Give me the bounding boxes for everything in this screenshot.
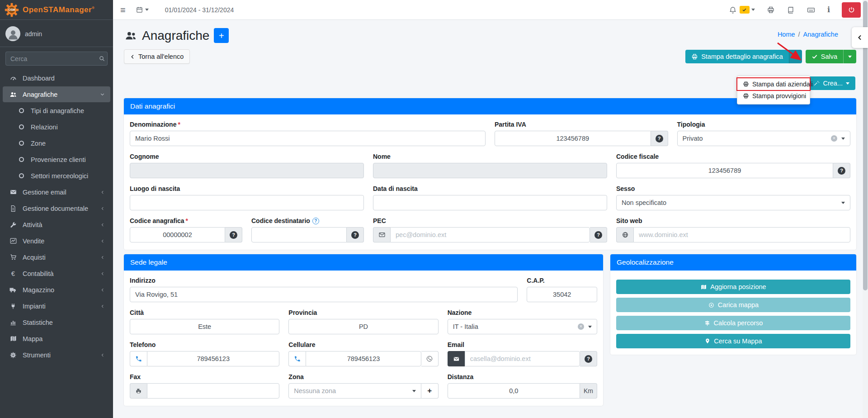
add-zona-button[interactable]: + — [421, 383, 439, 399]
chevron-left-icon — [100, 288, 105, 292]
breadcrumb-current-link[interactable]: Anagrafiche — [803, 31, 838, 38]
search-button[interactable] — [97, 52, 108, 66]
calc-route-button[interactable]: Calcola percorso — [616, 316, 850, 330]
create-button[interactable]: Crea... — [807, 76, 855, 90]
calendar-dropdown[interactable] — [136, 6, 149, 14]
scrollbar-track[interactable] — [863, 0, 868, 418]
info-icon[interactable]: i — [827, 5, 830, 14]
envelope-icon — [373, 227, 390, 242]
svg-text:OSM: OSM — [9, 8, 15, 11]
sidebar-item-settori-merceologici[interactable]: Settori merceologici — [3, 168, 110, 184]
wrench-icon — [8, 221, 18, 228]
indirizzo-input[interactable] — [130, 287, 518, 302]
sidebar-item-relazioni[interactable]: Relazioni — [3, 119, 110, 135]
citta-input[interactable] — [130, 319, 279, 334]
panel-geolocalizzazione: Geolocalizzazione Aggiorna posizione Car… — [610, 254, 856, 355]
sidebar-item-gestione-documentale[interactable]: Gestione documentale — [3, 200, 110, 216]
email-input[interactable] — [465, 351, 580, 366]
printer-icon — [743, 93, 749, 99]
help-icon[interactable]: ? — [347, 227, 364, 242]
notifications-dropdown[interactable] — [729, 6, 755, 14]
telefono-input[interactable] — [147, 351, 279, 366]
sidebar-item-statistiche[interactable]: Statistiche — [3, 314, 110, 330]
pec-input[interactable] — [390, 227, 590, 242]
tipologia-select[interactable]: Privato × — [677, 131, 851, 146]
panel-sede-legale: Sede legale Indirizzo C.A.P. Città — [124, 254, 603, 406]
panel-collapse-tab[interactable] — [852, 27, 868, 48]
search-on-map-button[interactable]: Cerca su Mappa — [616, 334, 850, 348]
add-record-button[interactable]: + — [214, 28, 229, 43]
sidebar-item-zone[interactable]: Zone — [3, 135, 110, 151]
circle-icon — [16, 173, 26, 178]
search-input[interactable] — [5, 52, 97, 66]
menu-item-stampa-dati-aziendali[interactable]: Stampa dati aziendali — [737, 78, 810, 90]
sidebar-item-anagrafiche[interactable]: Anagrafiche — [3, 86, 110, 102]
cap-input[interactable] — [527, 287, 597, 302]
sesso-select[interactable]: Non specificato — [616, 195, 850, 210]
chevron-left-icon — [130, 54, 135, 59]
help-icon[interactable]: ? — [651, 131, 668, 146]
sidebar-item-provenienze-clienti[interactable]: Provenienze clienti — [3, 152, 110, 167]
sidebar-item-mappa[interactable]: Mappa — [3, 331, 110, 347]
provincia-input[interactable] — [288, 319, 438, 334]
help-icon[interactable]: ? — [225, 227, 242, 242]
denominazione-input[interactable] — [130, 131, 486, 146]
save-button[interactable]: Salva — [806, 50, 843, 63]
codice-destinatario-input[interactable] — [251, 227, 347, 242]
check-badge-icon — [740, 6, 750, 14]
print-detail-dropdown-toggle[interactable] — [789, 50, 802, 63]
help-icon[interactable]: ? — [833, 163, 850, 178]
sito-web-input[interactable] — [633, 227, 850, 242]
back-to-list-button[interactable]: Torna all'elenco — [124, 49, 190, 64]
zona-select[interactable]: Nessuna zona — [288, 383, 421, 399]
codice-fiscale-input[interactable] — [616, 163, 833, 178]
luogo-nascita-input[interactable] — [130, 195, 364, 210]
sidebar-item-vendite[interactable]: Vendite — [3, 233, 110, 249]
help-icon[interactable]: ? — [590, 227, 607, 242]
sidebar-item-tipi-di-anagrafiche[interactable]: Tipi di anagrafiche — [3, 103, 110, 119]
distanza-input[interactable] — [448, 383, 580, 399]
sidebar-item-acquisti[interactable]: Acquisti — [3, 249, 110, 265]
cellulare-input[interactable] — [306, 351, 421, 366]
sidebar-item-strumenti[interactable]: Strumenti — [3, 347, 110, 363]
chevron-down-icon — [100, 92, 105, 97]
save-dropdown-toggle[interactable] — [843, 50, 856, 63]
load-map-button[interactable]: Carica mappa — [616, 298, 850, 312]
field-nome: Nome — [373, 153, 607, 178]
nazione-select[interactable]: IT - Italia × — [448, 319, 597, 334]
codice-anagrafica-input[interactable] — [130, 227, 225, 242]
partita-iva-input[interactable] — [495, 131, 651, 146]
update-position-button[interactable]: Aggiorna posizione — [616, 280, 850, 294]
sidebar-item-dashboard[interactable]: Dashboard — [3, 70, 110, 86]
clear-icon[interactable]: × — [831, 135, 837, 142]
sidebar-item-magazzino[interactable]: Magazzino — [3, 282, 110, 298]
hamburger-menu-icon[interactable]: ≡ — [120, 5, 126, 14]
caret-down-icon — [841, 138, 845, 140]
chevron-left-icon — [100, 255, 105, 260]
fax-input[interactable] — [147, 383, 279, 399]
data-nascita-input[interactable] — [373, 195, 607, 210]
print-detail-button[interactable]: Stampa dettaglio anagrafica — [685, 50, 789, 63]
print-icon[interactable] — [767, 6, 775, 14]
keyboard-icon[interactable] — [807, 5, 816, 14]
field-tipologia: Tipologia Privato × — [677, 121, 851, 146]
whatsapp-icon[interactable] — [421, 351, 439, 366]
panel-title: Geolocalizzazione — [610, 254, 856, 271]
menu-item-stampa-provvigioni[interactable]: Stampa provvigioni — [737, 90, 810, 102]
breadcrumb-home-link[interactable]: Home — [778, 31, 795, 38]
help-icon[interactable]: ? — [580, 351, 597, 366]
panel-title: Sede legale — [124, 254, 603, 271]
logout-power-button[interactable] — [842, 2, 861, 18]
clear-icon[interactable]: × — [578, 323, 584, 330]
docs-book-icon[interactable] — [787, 6, 795, 14]
sidebar-item-gestione-email[interactable]: Gestione email — [3, 184, 110, 200]
sidebar-item-contabilita[interactable]: € Contabilità — [3, 266, 110, 281]
sidebar-item-attivita[interactable]: Attività — [3, 217, 110, 233]
calendar-icon — [136, 6, 143, 14]
field-cellulare: Cellulare — [288, 341, 438, 366]
info-circle-icon[interactable]: ? — [312, 218, 319, 224]
date-range[interactable]: 01/01/2024 - 31/12/2024 — [165, 6, 234, 14]
brand[interactable]: OSM OpenSTAManager® — [0, 0, 113, 20]
sidebar-item-impianti[interactable]: Impianti — [3, 298, 110, 314]
cognome-input — [130, 163, 364, 178]
